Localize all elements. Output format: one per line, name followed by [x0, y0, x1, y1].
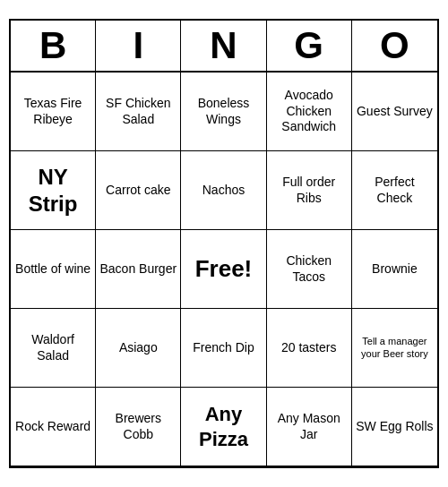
bingo-letter-b: B: [11, 21, 96, 71]
bingo-cell-19: Tell a manager your Beer story: [352, 309, 437, 388]
bingo-card: BINGO Texas Fire RibeyeSF Chicken SaladB…: [9, 19, 439, 468]
bingo-cell-15: Waldorf Salad: [11, 309, 96, 388]
bingo-cell-9: Perfect Check: [352, 151, 437, 230]
bingo-cell-22: Any Pizza: [181, 388, 266, 466]
bingo-cell-20: Rock Reward: [11, 388, 96, 466]
bingo-cell-4: Guest Survey: [352, 73, 437, 151]
bingo-cell-5: NY Strip: [11, 151, 96, 230]
bingo-letter-i: I: [96, 21, 181, 71]
bingo-cell-16: Asiago: [96, 309, 181, 388]
bingo-cell-11: Bacon Burger: [96, 230, 181, 309]
bingo-cell-10: Bottle of wine: [11, 230, 96, 309]
bingo-cell-2: Boneless Wings: [181, 73, 266, 151]
bingo-letter-g: G: [267, 21, 352, 71]
bingo-cell-17: French Dip: [181, 309, 266, 388]
bingo-grid: Texas Fire RibeyeSF Chicken SaladBoneles…: [11, 73, 437, 466]
bingo-cell-12: Free!: [181, 230, 266, 309]
bingo-cell-6: Carrot cake: [96, 151, 181, 230]
bingo-cell-14: Brownie: [352, 230, 437, 309]
bingo-cell-3: Avocado Chicken Sandwich: [267, 73, 352, 151]
bingo-letter-n: N: [181, 21, 266, 71]
bingo-cell-13: Chicken Tacos: [267, 230, 352, 309]
bingo-cell-1: SF Chicken Salad: [96, 73, 181, 151]
bingo-header: BINGO: [11, 21, 437, 73]
bingo-letter-o: O: [352, 21, 437, 71]
bingo-cell-21: Brewers Cobb: [96, 388, 181, 466]
bingo-cell-7: Nachos: [181, 151, 266, 230]
bingo-cell-23: Any Mason Jar: [267, 388, 352, 466]
bingo-cell-24: SW Egg Rolls: [352, 388, 437, 466]
bingo-cell-8: Full order Ribs: [267, 151, 352, 230]
bingo-cell-0: Texas Fire Ribeye: [11, 73, 96, 151]
bingo-cell-18: 20 tasters: [267, 309, 352, 388]
